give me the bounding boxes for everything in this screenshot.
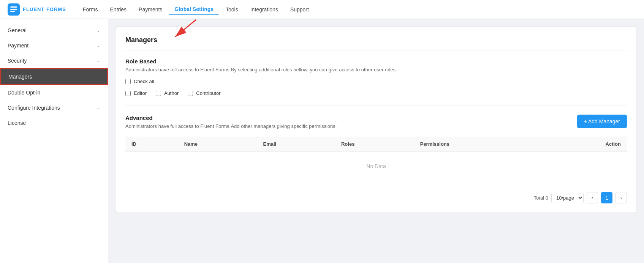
roles-row: Editor Author Contributor bbox=[125, 90, 627, 96]
advanced-header: Advanced Administrators have full access… bbox=[125, 115, 627, 129]
role-based-description: Administrators have full access to Fluen… bbox=[125, 67, 627, 72]
col-name: Name bbox=[178, 137, 257, 152]
nav-global-settings[interactable]: Global Settings bbox=[169, 4, 219, 15]
sidebar-label-double-opt-in: Double Opt-in bbox=[8, 90, 40, 96]
check-all-checkbox[interactable] bbox=[125, 79, 131, 84]
sidebar-item-general[interactable]: General ⌄ bbox=[0, 23, 108, 38]
top-nav: FLUENT FORMS Forms Entries Payments Glob… bbox=[0, 0, 644, 19]
nav-entries[interactable]: Entries bbox=[105, 4, 132, 15]
role-based-section: Role Based Administrators have full acce… bbox=[125, 58, 627, 106]
content-card: Managers Role Based Administrators have … bbox=[116, 27, 636, 213]
chevron-security-icon: ⌄ bbox=[97, 58, 100, 63]
logo-area: FLUENT FORMS bbox=[8, 3, 66, 16]
chevron-payment-icon: ⌄ bbox=[97, 43, 100, 48]
checkbox-group: Check all Editor Author C bbox=[125, 79, 627, 96]
contributor-label[interactable]: Contributor bbox=[196, 90, 220, 96]
page-size-select[interactable]: 10/page 20/page 50/page bbox=[551, 193, 584, 203]
contributor-row: Contributor bbox=[188, 90, 220, 96]
sidebar-label-managers: Managers bbox=[8, 74, 32, 80]
next-page-button[interactable]: › bbox=[616, 192, 627, 203]
svg-rect-2 bbox=[10, 9, 17, 10]
sidebar-label-configure-integrations: Configure Integrations bbox=[8, 105, 60, 111]
main-content: Managers Role Based Administrators have … bbox=[108, 19, 644, 263]
no-data-row: No Data bbox=[125, 152, 627, 181]
nav-forms[interactable]: Forms bbox=[78, 4, 103, 15]
contributor-checkbox[interactable] bbox=[188, 91, 193, 96]
logo-text: FLUENT FORMS bbox=[23, 6, 66, 12]
author-row: Author bbox=[156, 90, 179, 96]
editor-row: Editor bbox=[125, 90, 147, 96]
sidebar-item-managers[interactable]: Managers bbox=[0, 68, 108, 85]
pagination-area: Total 0 10/page 20/page 50/page ‹ 1 › bbox=[125, 188, 627, 203]
sidebar-label-general: General bbox=[8, 27, 27, 33]
editor-checkbox[interactable] bbox=[125, 91, 131, 96]
chevron-general-icon: ⌄ bbox=[97, 28, 100, 33]
svg-rect-3 bbox=[10, 11, 15, 12]
author-label[interactable]: Author bbox=[164, 90, 179, 96]
sidebar: General ⌄ Payment ⌄ Security ⌄ Managers … bbox=[0, 19, 108, 263]
nav-menu: Forms Entries Payments Global Settings T… bbox=[78, 4, 314, 15]
managers-table: ID Name Email Roles Permissions Action N… bbox=[125, 137, 627, 181]
sidebar-item-license[interactable]: License bbox=[0, 115, 108, 131]
check-all-row: Check all bbox=[125, 79, 627, 84]
nav-integrations[interactable]: Integrations bbox=[245, 4, 283, 15]
layout: General ⌄ Payment ⌄ Security ⌄ Managers … bbox=[0, 19, 644, 263]
nav-tools[interactable]: Tools bbox=[220, 4, 244, 15]
sidebar-item-double-opt-in[interactable]: Double Opt-in bbox=[0, 85, 108, 100]
no-data-cell: No Data bbox=[125, 152, 627, 181]
nav-support[interactable]: Support bbox=[285, 4, 314, 15]
author-checkbox[interactable] bbox=[156, 91, 161, 96]
chevron-integrations-icon: ⌄ bbox=[97, 105, 100, 110]
table-body: No Data bbox=[125, 152, 627, 181]
col-permissions: Permissions bbox=[414, 137, 542, 152]
col-id: ID bbox=[125, 137, 178, 152]
table-header-row: ID Name Email Roles Permissions Action bbox=[125, 137, 627, 152]
col-email: Email bbox=[257, 137, 335, 152]
advanced-title: Advanced bbox=[125, 115, 337, 121]
nav-payments[interactable]: Payments bbox=[133, 4, 168, 15]
table-header: ID Name Email Roles Permissions Action bbox=[125, 137, 627, 152]
role-based-title: Role Based bbox=[125, 58, 627, 65]
sidebar-item-payment[interactable]: Payment ⌄ bbox=[0, 38, 108, 53]
sidebar-label-security: Security bbox=[8, 58, 27, 64]
col-action: Action bbox=[542, 137, 627, 152]
pagination-total: Total 0 bbox=[534, 195, 548, 201]
sidebar-item-configure-integrations[interactable]: Configure Integrations ⌄ bbox=[0, 100, 108, 115]
check-all-label[interactable]: Check all bbox=[134, 79, 154, 84]
add-manager-button[interactable]: + Add Manager bbox=[577, 115, 627, 128]
advanced-section: Advanced Administrators have full access… bbox=[125, 115, 627, 203]
advanced-description: Administrators have full access to Fluen… bbox=[125, 123, 337, 129]
editor-label[interactable]: Editor bbox=[134, 90, 147, 96]
sidebar-label-license: License bbox=[8, 120, 26, 126]
prev-page-button[interactable]: ‹ bbox=[587, 192, 598, 203]
advanced-text: Advanced Administrators have full access… bbox=[125, 115, 337, 129]
page-1-button[interactable]: 1 bbox=[601, 192, 612, 203]
svg-rect-1 bbox=[10, 6, 17, 8]
fluent-forms-logo bbox=[8, 3, 20, 16]
col-roles: Roles bbox=[335, 137, 414, 152]
sidebar-item-security[interactable]: Security ⌄ bbox=[0, 53, 108, 68]
managers-title: Managers bbox=[125, 36, 627, 50]
sidebar-label-payment: Payment bbox=[8, 43, 28, 49]
